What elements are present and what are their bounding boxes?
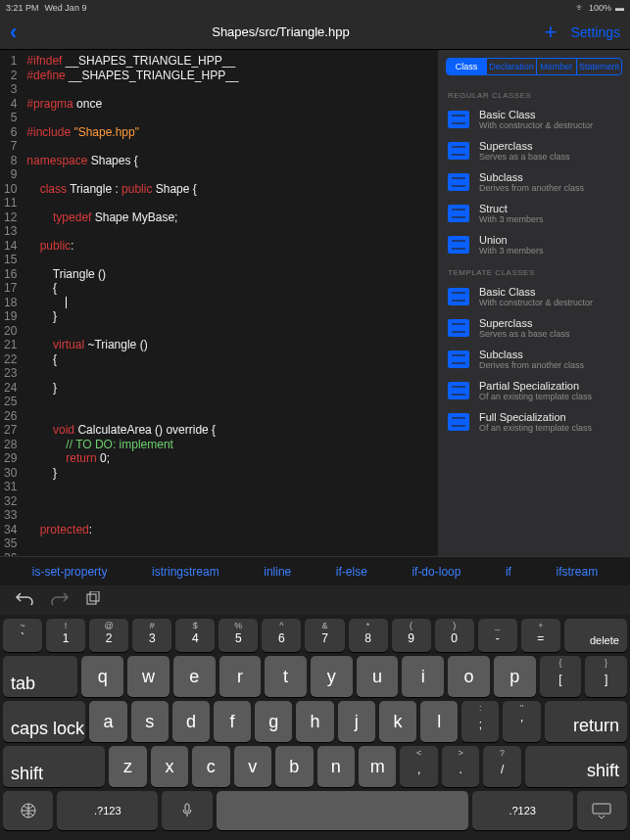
key-o[interactable]: o (448, 656, 490, 697)
numbers-key-left[interactable]: .?123 (57, 791, 158, 830)
key-v[interactable]: v (234, 746, 271, 787)
line-gutter: 1234567891011121314151617181920212223242… (0, 50, 23, 556)
key-x[interactable]: x (151, 746, 188, 787)
key-7[interactable]: &7 (305, 619, 344, 652)
tab-member[interactable]: Member (537, 59, 577, 74)
key-bracket[interactable]: }] (585, 656, 627, 697)
shift-key-left[interactable]: shift (3, 746, 105, 787)
key-punct[interactable]: <, (400, 746, 437, 787)
numbers-key-right[interactable]: .?123 (472, 791, 573, 830)
suggestion-item[interactable]: if (506, 565, 511, 579)
key-1[interactable]: !1 (46, 619, 85, 652)
undo-button[interactable] (16, 591, 33, 609)
snippet-item[interactable]: SuperclassServes as a base class (438, 135, 630, 166)
key-p[interactable]: p (494, 656, 536, 697)
key--[interactable]: _- (478, 619, 517, 652)
key-bracket[interactable]: {[ (540, 656, 582, 697)
key-t[interactable]: t (265, 656, 307, 697)
return-key[interactable]: return (545, 701, 627, 742)
snippet-item[interactable]: Basic ClassWith constructor & destructor (438, 281, 630, 312)
key-punct[interactable]: "' (503, 701, 540, 742)
code-editor[interactable]: 1234567891011121314151617181920212223242… (0, 50, 438, 556)
key-j[interactable]: j (338, 701, 375, 742)
key-w[interactable]: w (127, 656, 170, 697)
key-6[interactable]: ^6 (262, 619, 301, 652)
mic-key[interactable] (162, 791, 212, 830)
suggestion-item[interactable]: istringstream (152, 565, 219, 579)
suggestion-item[interactable]: is-set-property (32, 565, 108, 579)
key-q[interactable]: q (81, 656, 123, 697)
snippet-subtitle: With constructor & destructor (479, 298, 593, 307)
key-n[interactable]: n (317, 746, 355, 787)
key-y[interactable]: y (311, 656, 353, 697)
nav-bar: ‹ Shapes/src/Triangle.hpp + Settings (0, 15, 630, 50)
tab-key[interactable]: tab (3, 656, 77, 697)
key-2[interactable]: @2 (89, 619, 128, 652)
snippet-item[interactable]: StructWith 3 members (438, 198, 630, 229)
snippet-icon (448, 319, 469, 337)
space-key[interactable] (217, 791, 468, 830)
snippet-item[interactable]: SubclassDerives from another class (438, 344, 630, 375)
section-template: TEMPLATE CLASSES (438, 260, 630, 281)
suggestion-item[interactable]: if-do-loop (412, 565, 460, 579)
key-l[interactable]: l (420, 701, 458, 742)
key-c[interactable]: c (192, 746, 229, 787)
snippet-icon (448, 111, 469, 128)
key-8[interactable]: *8 (349, 619, 388, 652)
snippet-item[interactable]: SubclassDerives from another class (438, 166, 630, 198)
key-i[interactable]: i (402, 656, 444, 697)
suggestion-item[interactable]: ifstream (557, 565, 599, 579)
suggestion-item[interactable]: if-else (336, 565, 367, 579)
key-u[interactable]: u (357, 656, 399, 697)
key-k[interactable]: k (379, 701, 416, 742)
key-f[interactable]: f (214, 701, 251, 742)
svg-rect-3 (185, 804, 189, 812)
key-9[interactable]: (9 (392, 619, 431, 652)
snippet-item[interactable]: Basic ClassWith constructor & destructor (438, 104, 630, 135)
snippet-subtitle: With 3 members (479, 246, 544, 256)
keyboard: ~`!1@2#3$4%5^6&7*8(9)0_-+=delete tabqwer… (0, 615, 630, 840)
key-d[interactable]: d (172, 701, 210, 742)
delete-key[interactable]: delete (564, 619, 627, 652)
copy-button[interactable] (86, 591, 100, 609)
key-g[interactable]: g (255, 701, 292, 742)
key-m[interactable]: m (359, 746, 396, 787)
snippet-item[interactable]: SuperclassServes as a base class (438, 312, 630, 344)
key-5[interactable]: %5 (218, 619, 258, 652)
add-button[interactable]: + (545, 20, 557, 45)
snippet-item[interactable]: Full SpecializationOf an existing templa… (438, 406, 630, 438)
key-punct[interactable]: ?/ (483, 746, 520, 787)
shift-key-right[interactable]: shift (525, 746, 627, 787)
key-punct[interactable]: >. (442, 746, 479, 787)
snippet-title: Subclass (479, 171, 584, 183)
snippet-subtitle: Of an existing template class (479, 392, 592, 401)
code-content[interactable]: #ifndef __SHAPES_TRIANGLE_HPP__#define _… (23, 50, 438, 556)
snippet-item[interactable]: Partial SpecializationOf an existing tem… (438, 375, 630, 406)
key-e[interactable]: e (173, 656, 216, 697)
key-`[interactable]: ~` (3, 619, 42, 652)
tab-statement[interactable]: Statement (577, 59, 621, 74)
capslock-key[interactable]: caps lock (3, 701, 85, 742)
tab-declaration[interactable]: Declaration (487, 59, 537, 74)
snippet-title: Union (479, 234, 544, 246)
hide-keyboard-key[interactable] (577, 791, 627, 830)
globe-key[interactable] (3, 791, 53, 830)
key-3[interactable]: #3 (132, 619, 171, 652)
key-b[interactable]: b (275, 746, 313, 787)
back-button[interactable]: ‹ (10, 20, 17, 45)
key-punct[interactable]: :; (461, 701, 499, 742)
key-s[interactable]: s (131, 701, 169, 742)
key-a[interactable]: a (89, 701, 126, 742)
key-z[interactable]: z (109, 746, 146, 787)
tab-class[interactable]: Class (447, 59, 487, 74)
settings-button[interactable]: Settings (570, 24, 620, 40)
segmented-control[interactable]: Class Declaration Member Statement (446, 58, 622, 75)
key-r[interactable]: r (219, 656, 262, 697)
redo-button[interactable] (51, 591, 69, 609)
key-=[interactable]: += (521, 619, 560, 652)
key-h[interactable]: h (296, 701, 333, 742)
snippet-item[interactable]: UnionWith 3 members (438, 229, 630, 260)
suggestion-item[interactable]: inline (264, 565, 291, 579)
key-0[interactable]: )0 (435, 619, 474, 652)
key-4[interactable]: $4 (175, 619, 215, 652)
